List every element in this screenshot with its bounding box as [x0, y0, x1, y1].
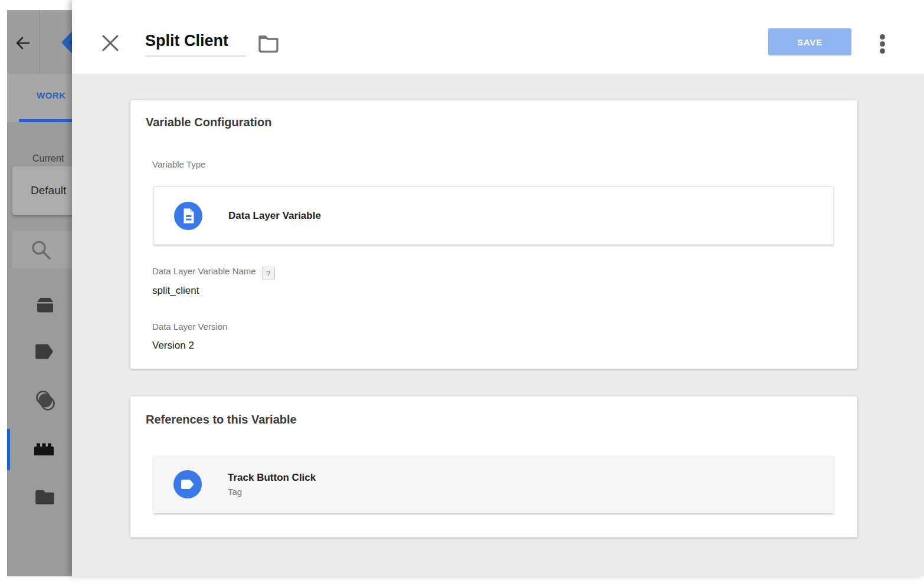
- more-options-icon[interactable]: [880, 34, 886, 64]
- close-icon[interactable]: [100, 33, 120, 53]
- variable-type-label: Variable Type: [152, 159, 205, 169]
- variable-editor-overlay: Split Client SAVE Variable Configuration…: [72, 0, 924, 576]
- gtm-variable-editor-screen: WORK Current Default: [0, 0, 924, 584]
- gtm-logo-icon: [54, 28, 72, 57]
- dimmed-background-page: WORK Current Default: [7, 10, 72, 576]
- search-box: [12, 231, 72, 268]
- active-nav-indicator: [7, 429, 10, 470]
- variable-name-text: Split Client: [145, 32, 246, 50]
- data-layer-variable-name-label: Data Layer Variable Name?: [152, 266, 275, 280]
- search-icon: [30, 239, 53, 261]
- variables-icon: [34, 442, 54, 456]
- editor-body: Variable Configuration Variable Type Dat…: [72, 74, 924, 576]
- variable-configuration-card: Variable Configuration Variable Type Dat…: [130, 100, 857, 369]
- data-layer-version-value: Version 2: [152, 340, 194, 352]
- help-icon[interactable]: ?: [262, 267, 275, 280]
- background-tab-bar: WORK: [7, 74, 72, 122]
- workspace-selector: Default: [12, 166, 72, 215]
- save-button[interactable]: SAVE: [768, 28, 851, 55]
- background-top-bar: [7, 10, 72, 74]
- folder-icon[interactable]: [257, 34, 280, 53]
- folders-icon: [35, 489, 54, 505]
- workspace-name: Default: [31, 166, 66, 215]
- tags-icon: [35, 343, 54, 360]
- variable-name-field[interactable]: Split Client: [145, 32, 246, 57]
- triggers-icon: [36, 390, 55, 411]
- overview-icon: [35, 297, 55, 313]
- reference-name: Track Button Click: [228, 472, 316, 484]
- background-sidebar: Current Default: [7, 122, 72, 576]
- header-divider: [39, 10, 40, 74]
- references-card-heading: References to this Variable: [146, 413, 297, 426]
- current-workspace-caption: Current: [32, 153, 64, 164]
- back-arrow-icon: [15, 35, 30, 51]
- variable-type-row[interactable]: Data Layer Variable: [153, 186, 834, 245]
- tab-workspace: WORK: [37, 90, 66, 100]
- editor-header: Split Client SAVE: [72, 10, 924, 74]
- data-layer-variable-icon: [174, 202, 202, 230]
- reference-row[interactable]: Track Button Click Tag: [153, 455, 834, 513]
- data-layer-variable-name-value: split_client: [152, 285, 199, 297]
- config-card-heading: Variable Configuration: [146, 116, 271, 129]
- references-card: References to this Variable Track Button…: [130, 396, 857, 537]
- reference-kind: Tag: [228, 487, 316, 497]
- variable-type-name: Data Layer Variable: [228, 210, 321, 222]
- data-layer-version-label: Data Layer Version: [152, 321, 228, 332]
- tag-icon: [173, 470, 202, 498]
